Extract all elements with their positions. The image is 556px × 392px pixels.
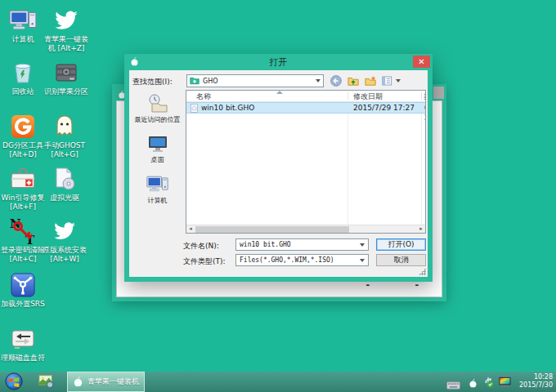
nt-key-icon: N T (9, 217, 37, 245)
up-folder-icon (348, 75, 359, 87)
clock-date: 2015/7/30 (512, 381, 553, 390)
file-name-combobox[interactable]: win10 bit.GHO (235, 238, 369, 251)
taskbar-app-button-qpg[interactable]: 青苹果一键装机 (67, 372, 145, 392)
hard-drive-icon (53, 59, 79, 87)
virtual-cd-icon (52, 165, 78, 193)
column-gridline (348, 102, 348, 225)
chevron-down-icon (360, 259, 365, 262)
computer-icon (9, 7, 37, 34)
taskbar-clock[interactable]: 10:28 2015/7/30 (512, 373, 553, 390)
file-name-value: win10 bit.GHO (240, 241, 360, 248)
file-name-cell: win10 bit.GHO (201, 104, 254, 112)
dialog-places-sidebar: 最近访问的位置 桌面 计算机 (129, 90, 186, 234)
desktop-icon-computer[interactable]: 计算机 (5, 7, 41, 44)
srs-icon (10, 271, 36, 299)
dialog-body: 查找范围(I): GHO (129, 70, 428, 277)
dialog-titlebar: 打开 ✕ (124, 54, 433, 70)
desktop-icon-manual-ghost[interactable]: 手动GHOST [Alt+G] (39, 113, 90, 159)
desktop: 计算机 青苹果一键装机 [Alt+Z] 回收站 识别苹果分区 DG分区工具 [A… (0, 0, 556, 392)
bird-icon (54, 7, 78, 34)
new-folder-button[interactable] (365, 75, 376, 87)
file-type-row: 文件类型(T): Files(*.GHO,*.WIM,*.ISO) 取消 (129, 254, 428, 267)
back-button[interactable] (330, 75, 342, 87)
resize-grip[interactable] (419, 268, 426, 275)
desktop-icon-apple-partition[interactable]: 识别苹果分区 (41, 59, 92, 96)
display-settings-tray-icon[interactable] (499, 376, 511, 391)
desktop-icon-virtual-cd[interactable]: 虚拟光驱 (41, 165, 88, 203)
taskbar-app-label: 青苹果一键装机 (87, 376, 139, 387)
desktop-icon-label: 计算机 (12, 35, 34, 44)
start-button[interactable] (5, 372, 23, 392)
desktop-icon-qpg-installer[interactable]: 青苹果一键装机 [Alt+Z] (41, 7, 92, 53)
desktop-icon-label: Win引导修复 [Alt+F] (0, 194, 46, 212)
column-header-name[interactable]: 名称 (196, 91, 211, 102)
chevron-down-icon (316, 79, 321, 82)
open-button[interactable]: 打开(O) (376, 238, 426, 251)
keyboard-tray-icon[interactable] (446, 377, 460, 392)
desktop-icon-label: 回收站 (12, 87, 34, 96)
look-in-value: GHO (203, 78, 312, 85)
desktop-icon-original-system-install[interactable]: 原版系统安装 [Alt+W] (39, 217, 90, 264)
desktop-icon-label: 手动GHOST [Alt+G] (39, 141, 90, 159)
file-date-cell: 2015/7/29 17:27 (353, 104, 415, 112)
file-name-row: 文件名(N): win10 bit.GHO 打开(O) (129, 238, 428, 252)
up-one-level-button[interactable] (348, 75, 359, 87)
computer-icon (146, 173, 168, 195)
apple-logo-icon (129, 56, 140, 69)
column-separator[interactable] (421, 92, 422, 100)
apple-tray-icon[interactable] (468, 376, 478, 392)
new-folder-icon (365, 75, 376, 87)
file-type-combobox[interactable]: Files(*.GHO,*.WIM,*.ISO) (235, 254, 369, 266)
diskgenius-icon (10, 113, 36, 140)
views-menu-button[interactable] (382, 76, 401, 86)
desktop-icon-label: 识别苹果分区 (44, 87, 88, 96)
desktop-icon-recycle-bin[interactable]: 回收站 (5, 59, 41, 96)
desktop-icon-load-srs[interactable]: 加载外置SRS (0, 271, 46, 309)
sidebar-item-recent-places[interactable]: 最近访问的位置 (135, 93, 181, 124)
sidebar-item-label: 桌面 (151, 155, 164, 164)
sidebar-item-label: 最近访问的位置 (135, 115, 181, 124)
look-in-row: 查找范围(I): GHO (129, 74, 428, 87)
sidebar-item-label: 计算机 (148, 196, 168, 205)
file-type-label: 文件类型(T): (183, 256, 226, 267)
file-list-header: 名称 修改日期 类型 (186, 91, 425, 102)
desktop-monitor-icon (147, 133, 168, 154)
cancel-button[interactable]: 取消 (376, 254, 426, 266)
desktop-icon-win-boot-repair[interactable]: Win引导修复 [Alt+F] (0, 165, 46, 212)
views-icon (382, 76, 394, 86)
desktop-icon-label: 加载外置SRS (1, 300, 45, 309)
recycle-bin-icon (10, 59, 36, 87)
dialog-title: 打开 (270, 56, 288, 69)
toolbox-icon (9, 165, 37, 193)
scroll-left-arrow[interactable]: ◂ (186, 225, 195, 233)
taskbar: 青苹果一键装机 10:28 2015/7/30 (0, 372, 556, 392)
file-type-value: Files(*.GHO,*.WIM,*.ISO) (240, 256, 360, 264)
apple-logo-icon (72, 376, 84, 388)
file-name-label: 文件名(N): (183, 241, 219, 252)
recent-places-icon (147, 93, 168, 114)
folder-icon (190, 76, 200, 86)
column-gridline (421, 102, 422, 225)
column-separator[interactable] (348, 92, 348, 100)
ghost-icon (52, 113, 78, 140)
background-window-button (433, 87, 444, 99)
column-header-date-modified[interactable]: 修改日期 (353, 91, 383, 102)
windows-orb-icon (5, 372, 23, 390)
file-list: 名称 修改日期 类型 win10 bit.GHO 2015/7/29 17:27… (186, 90, 426, 234)
usb-safely-remove-icon[interactable] (482, 376, 494, 391)
back-icon (330, 75, 342, 87)
close-button[interactable]: ✕ (413, 56, 430, 68)
desktop-icon-label: 青苹果一键装机 [Alt+Z] (41, 35, 92, 53)
image-viewer-icon[interactable] (38, 373, 55, 392)
scrollbar-thumb[interactable] (195, 226, 349, 233)
chevron-down-icon (360, 243, 365, 247)
desktop-icon-label: 虚拟光驱 (50, 194, 79, 203)
sidebar-item-computer[interactable]: 计算机 (146, 173, 168, 205)
scroll-right-arrow[interactable]: ▸ (417, 225, 425, 233)
look-in-combobox[interactable]: GHO (186, 74, 324, 87)
sidebar-item-desktop[interactable]: 桌面 (147, 133, 168, 164)
desktop-icon-label: 原版系统安装 [Alt+W] (39, 246, 90, 264)
file-row-selected[interactable]: win10 bit.GHO 2015/7/29 17:27 GHO 文件 (186, 102, 425, 114)
clock-time: 10:28 (512, 373, 553, 381)
desktop-icon-fix-drive-letters[interactable]: 理顺磁盘盘符 (0, 325, 46, 363)
